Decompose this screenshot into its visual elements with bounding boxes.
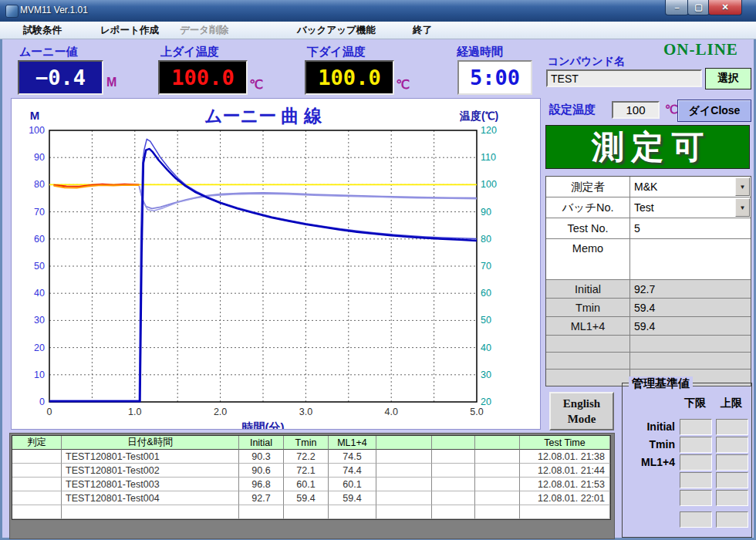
history-cell[interactable] [12,464,62,478]
history-cell[interactable]: 60.1 [329,478,376,491]
history-cell[interactable]: TEST120801-Test001 [62,450,239,464]
measure-value-memo[interactable] [630,239,751,279]
right-tick-label: 110 [481,152,496,163]
history-cell[interactable]: TEST120801-Test003 [62,478,239,491]
history-cell[interactable]: 74.4 [329,464,376,478]
menu-item-5[interactable]: 終了 [413,24,432,37]
history-cell[interactable]: TEST120801-Test002 [62,464,239,478]
measure-value-operator[interactable]: M&K▼ [630,177,751,197]
limit-lower-input-6[interactable] [680,511,712,528]
history-cell[interactable] [376,505,432,519]
limit-upper-input-4[interactable] [716,472,748,488]
limit-lower-input-3[interactable] [680,454,712,471]
history-cell[interactable] [432,491,475,505]
menu-item-2[interactable]: レポート作成 [100,24,159,37]
english-mode-button[interactable]: English Mode [549,392,614,430]
history-cell[interactable]: 74.5 [329,450,376,464]
menu-item-4[interactable]: バックアップ機能 [297,24,376,37]
history-cell[interactable] [475,505,520,519]
left-tick-label: 40 [34,288,45,299]
history-cell[interactable] [432,464,475,478]
close-button[interactable]: ✕ [708,0,742,15]
history-cell[interactable] [376,464,432,478]
history-cell[interactable] [12,478,62,491]
measure-value-batch-no[interactable]: Test▼ [630,197,751,218]
history-cell[interactable] [12,491,62,505]
measure-label-ml1-4: ML1+4 [546,317,630,335]
history-cell[interactable] [432,505,475,519]
history-cell[interactable]: 72.2 [284,450,329,464]
history-cell[interactable]: 90.6 [239,464,284,478]
batch-no-combo-arrow-icon[interactable]: ▼ [735,198,750,217]
history-cell[interactable]: 60.1 [284,478,329,491]
history-cell[interactable] [376,450,432,464]
measure-row-empty-2 [546,353,751,370]
select-compound-button[interactable]: 選択 [705,68,751,89]
right-tick-label: 100 [481,179,497,190]
x-axis-label: 時間(分) [242,420,285,429]
history-header-1: 判定 [12,436,62,450]
history-cell[interactable] [12,505,62,519]
window-title: MVM11 Ver.1.01 [20,5,88,15]
history-cell[interactable] [432,450,475,464]
history-cell[interactable] [475,464,520,478]
minimize-button[interactable]: – [665,0,689,15]
x-tick-label: 3.0 [299,407,312,417]
right-tick-label: 30 [481,370,491,380]
lower-limit-header: 下限 [684,397,706,410]
measure-label-operator: 測定者 [546,177,630,197]
history-cell[interactable]: 90.3 [239,450,284,464]
history-cell[interactable] [475,491,520,505]
compound-name-input[interactable] [546,69,702,87]
history-cell[interactable]: 12.08.01. 22:01 [520,491,610,505]
limit-lower-input-1[interactable] [680,419,712,435]
history-cell[interactable] [62,505,239,519]
history-header-9: Test Time [520,436,610,450]
operator-combo-arrow-icon[interactable]: ▼ [735,177,750,196]
history-cell[interactable]: 12.08.01. 21:44 [520,464,610,478]
measure-row-ml1-4: ML1+459.4 [546,317,751,336]
history-cell[interactable]: 12.08.01. 21:38 [520,450,610,464]
upper-limit-header: 上限 [721,397,742,410]
history-cell[interactable] [284,505,329,519]
maximize-button[interactable]: ▢ [687,0,710,15]
history-header-2: 日付&時間 [62,436,239,450]
limit-upper-input-5[interactable] [716,490,748,506]
measure-value-ml1-4: 59.4 [630,317,751,335]
upper-die-temp-label: 上ダイ温度 [160,45,219,59]
limit-lower-input-2[interactable] [680,437,712,453]
history-cell[interactable]: 59.4 [329,491,376,505]
x-tick-label: 0 [47,407,52,417]
history-cell[interactable] [239,505,284,519]
history-cell[interactable]: 59.4 [284,491,329,505]
left-tick-label: 30 [34,315,45,326]
history-cell[interactable] [376,491,432,505]
limit-upper-input-3[interactable] [716,454,748,471]
history-cell[interactable]: 72.1 [284,464,329,478]
set-temp-input[interactable] [612,101,660,119]
measure-value-test-no[interactable]: 5 [630,218,751,238]
history-cell[interactable]: TEST120801-Test004 [62,491,239,505]
history-cell[interactable] [432,478,475,491]
history-cell[interactable] [475,478,520,491]
history-cell[interactable]: 92.7 [239,491,284,505]
limit-upper-input-1[interactable] [716,419,748,435]
history-cell[interactable] [520,505,610,519]
right-tick-label: 120 [481,125,497,136]
limit-upper-input-2[interactable] [716,437,748,453]
x-tick-label: 2.0 [214,407,227,417]
menu-item-1[interactable]: 試験条件 [23,24,62,37]
history-cell[interactable] [475,450,520,464]
limit-lower-input-5[interactable] [680,490,712,506]
right-tick-label: 40 [481,343,491,353]
history-cell[interactable]: 96.8 [239,478,284,491]
history-cell[interactable] [376,478,432,491]
limit-lower-input-4[interactable] [680,472,712,488]
limit-upper-input-6[interactable] [716,511,748,528]
history-cell[interactable] [12,450,62,464]
history-cell[interactable]: 12.08.01. 21:53 [520,478,610,491]
history-cell[interactable] [329,505,376,519]
left-tick-label: 100 [29,125,45,136]
die-close-button[interactable]: ダイClose [677,100,751,122]
history-header-5: ML1+4 [329,436,376,450]
